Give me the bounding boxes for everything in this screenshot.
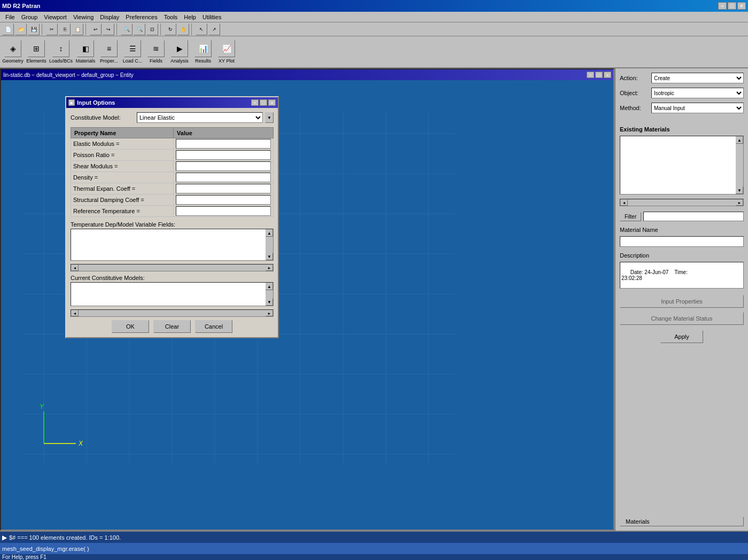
apply-button[interactable]: Apply <box>660 330 703 343</box>
existing-materials-list[interactable]: ▲ ▼ <box>620 136 744 195</box>
icon-loads[interactable]: ↕ Loads/BCs <box>49 40 73 64</box>
maximize-btn[interactable]: □ <box>728 2 736 10</box>
tb-paste[interactable]: 📋 <box>72 24 83 35</box>
dialog-body: Constitutive Model: Linear Elastic ▼ Pro… <box>66 108 278 337</box>
filter-input[interactable] <box>643 212 744 221</box>
icon-fields[interactable]: ≋ Fields <box>145 40 167 64</box>
density-input[interactable] <box>176 173 271 182</box>
ref-temp-input[interactable] <box>176 206 271 216</box>
table-row: Poisson Ratio = <box>71 150 274 161</box>
tb-zoom-out[interactable]: 🔍 <box>134 24 145 35</box>
dialog-close[interactable]: × <box>268 99 276 106</box>
scroll-up[interactable]: ▲ <box>266 229 273 237</box>
tb-zoom-in[interactable]: 🔍 <box>121 24 133 35</box>
geometry-icon: ◈ <box>4 40 21 57</box>
poisson-ratio-input[interactable] <box>176 150 271 160</box>
scroll-up2[interactable]: ▲ <box>266 283 273 290</box>
tb-deselect[interactable]: ↗ <box>208 24 220 35</box>
clear-button[interactable]: Clear <box>153 320 191 333</box>
h-scroll-left2[interactable]: ◄ <box>71 310 79 316</box>
method-select[interactable]: Manual Input <box>651 103 744 113</box>
thermal-expan-input[interactable] <box>176 184 271 193</box>
materials-tab[interactable]: Materials <box>620 517 744 526</box>
load-cases-label: Load C... <box>123 58 143 64</box>
tb-save[interactable]: 💾 <box>28 24 40 35</box>
panel-footer: Materials <box>620 517 744 526</box>
icon-load-cases[interactable]: ☰ Load C... <box>122 40 143 64</box>
scroll-down[interactable]: ▼ <box>266 253 273 260</box>
icon-elements[interactable]: ⊞ Elements <box>26 40 47 64</box>
menu-viewport[interactable]: Viewport <box>41 13 70 21</box>
tb-select[interactable]: ↖ <box>196 24 207 35</box>
tb-pan[interactable]: ✋ <box>177 24 189 35</box>
toolbar: 📄 📂 💾 ✂ ⎘ 📋 ↩ ↪ 🔍 🔍 ⊡ ↻ ✋ ↖ ↗ <box>0 22 748 36</box>
menu-preferences[interactable]: Preferences <box>122 13 160 21</box>
close-btn[interactable]: × <box>737 2 746 10</box>
tb-cut[interactable]: ✂ <box>46 24 58 35</box>
materials-icon: ◧ <box>77 40 94 57</box>
viewport-restore[interactable]: □ <box>595 72 603 78</box>
elements-icon: ⊞ <box>28 40 45 57</box>
minimize-btn[interactable]: − <box>718 2 727 10</box>
tb-rotate[interactable]: ↻ <box>165 24 176 35</box>
h-scrollbar-temp[interactable]: ◄ ► <box>71 264 274 271</box>
menu-help[interactable]: Help <box>181 13 199 21</box>
loads-icon: ↕ <box>52 40 69 57</box>
properties-label: Proper... <box>100 58 118 64</box>
object-select[interactable]: Isotropic <box>651 88 744 98</box>
temp-dep-scrollbar: ▲ ▼ <box>266 229 273 260</box>
menu-tools[interactable]: Tools <box>161 13 181 21</box>
menu-viewing[interactable]: Viewing <box>70 13 97 21</box>
action-select[interactable]: Create <box>651 73 744 83</box>
prop-elastic-modulus-value <box>174 138 274 150</box>
shear-modulus-input[interactable] <box>176 161 271 171</box>
tb-fit[interactable]: ⊡ <box>146 24 158 35</box>
materials-label: Materials <box>76 58 96 64</box>
scroll-down2[interactable]: ▼ <box>266 298 273 306</box>
em-h-scrollbar[interactable]: ◄ ► <box>620 199 744 206</box>
struct-damping-input[interactable] <box>176 195 271 205</box>
material-name-input[interactable]: steel <box>620 236 744 247</box>
menu-file[interactable]: File <box>2 13 18 21</box>
icon-analysis[interactable]: ▶ Analysis <box>169 40 190 64</box>
input-options-dialog: ■ Input Options − □ × Constitutive Model… <box>65 96 279 338</box>
menu-utilities[interactable]: Utilities <box>199 13 224 21</box>
menu-group[interactable]: Group <box>18 13 41 21</box>
dialog-minimize[interactable]: − <box>251 99 259 106</box>
ok-button[interactable]: OK <box>112 320 149 333</box>
em-scroll-up[interactable]: ▲ <box>736 136 743 144</box>
menu-display[interactable]: Display <box>97 13 122 21</box>
icon-results[interactable]: 📊 Results <box>192 40 214 64</box>
fields-icon: ≋ <box>147 40 165 57</box>
change-material-status-button[interactable]: Change Material Status <box>620 312 744 325</box>
dialog-restore[interactable]: □ <box>260 99 267 106</box>
results-label: Results <box>195 58 211 64</box>
tb-open[interactable]: 📂 <box>15 24 27 35</box>
viewport-close[interactable]: × <box>604 72 611 78</box>
elements-label: Elements <box>26 58 46 64</box>
cancel-button[interactable]: Cancel <box>195 320 232 333</box>
tb-undo[interactable]: ↩ <box>90 24 102 35</box>
prop-density-value <box>174 172 274 183</box>
filter-button[interactable]: Filter <box>620 212 641 221</box>
icon-properties[interactable]: ≡ Proper... <box>98 40 120 64</box>
em-h-scroll-right[interactable]: ► <box>736 199 743 206</box>
h-scroll-right[interactable]: ► <box>266 265 273 271</box>
icon-geometry[interactable]: ◈ Geometry <box>2 40 24 64</box>
input-properties-button[interactable]: Input Properties <box>620 295 744 308</box>
const-model-dropdown-btn[interactable]: ▼ <box>265 112 274 123</box>
prop-poisson-ratio-label: Poisson Ratio = <box>71 150 174 161</box>
h-scroll-right2[interactable]: ► <box>266 310 273 316</box>
tb-copy[interactable]: ⎘ <box>59 24 71 35</box>
h-scrollbar-const[interactable]: ◄ ► <box>71 309 274 317</box>
elastic-modulus-input[interactable] <box>176 139 271 149</box>
icon-materials[interactable]: ◧ Materials <box>75 40 96 64</box>
constitutive-model-select[interactable]: Linear Elastic <box>137 112 263 123</box>
icon-xy-plot[interactable]: 📈 XY Plot <box>216 40 237 64</box>
tb-new[interactable]: 📄 <box>2 24 14 35</box>
viewport-minimize[interactable]: − <box>587 72 594 78</box>
h-scroll-left[interactable]: ◄ <box>71 265 79 271</box>
em-h-scroll-left[interactable]: ◄ <box>620 199 628 206</box>
em-scroll-down[interactable]: ▼ <box>736 186 743 194</box>
tb-redo[interactable]: ↪ <box>103 24 114 35</box>
